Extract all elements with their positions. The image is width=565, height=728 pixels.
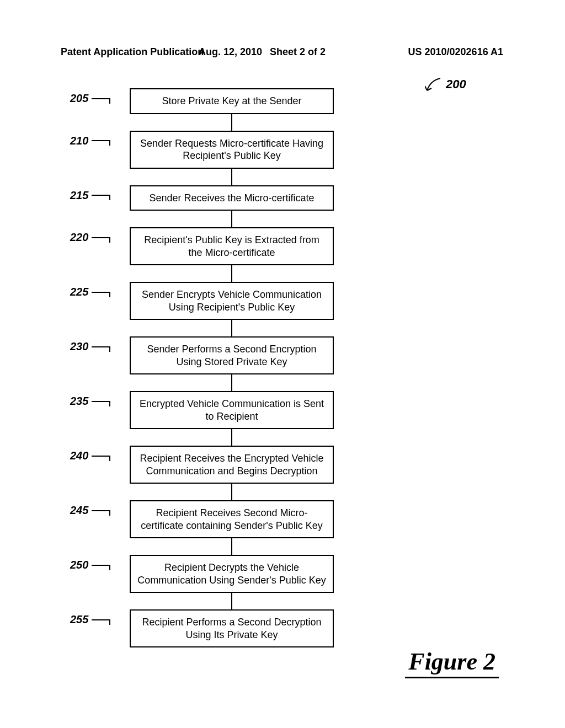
step-text: Sender Requests Micro-certificate Having… <box>140 138 323 162</box>
step-ref-label: 230 <box>70 340 88 354</box>
flow-connector <box>231 593 232 609</box>
header-sheet: Sheet 2 of 2 <box>270 46 326 58</box>
step-ref: 250 <box>70 558 110 572</box>
leader-line-icon <box>92 195 110 196</box>
step-ref-label: 250 <box>70 558 88 572</box>
step-text: Sender Performs a Second Encryption Usin… <box>147 344 316 367</box>
curved-arrow-icon <box>425 77 443 93</box>
flow-step: 225 Sender Encrypts Vehicle Communicatio… <box>130 282 334 320</box>
overall-reference-numeral: 200 <box>425 77 466 93</box>
flow-step: 255 Recipient Performs a Second Decrypti… <box>130 609 334 647</box>
flow-step: 245 Recipient Receives Second Micro-cert… <box>130 500 334 538</box>
leader-line-icon <box>92 346 110 347</box>
flow-connector <box>231 484 232 500</box>
leader-line-icon <box>92 510 110 511</box>
flow-step: 250 Recipient Decrypts the Vehicle Commu… <box>130 555 334 593</box>
flow-connector <box>231 211 232 227</box>
step-ref-label: 210 <box>70 134 88 148</box>
step-ref-label: 225 <box>70 285 88 299</box>
leader-line-icon <box>92 401 110 402</box>
step-ref-label: 240 <box>70 449 88 463</box>
leader-line-icon <box>92 565 110 566</box>
header-date: Aug. 12, 2010 <box>199 46 262 58</box>
step-ref-label: 215 <box>70 189 88 202</box>
leader-line-icon <box>92 237 110 238</box>
step-text: Recipient Receives the Encrypted Vehicle… <box>140 453 323 477</box>
step-text: Recipient Performs a Second Decryption U… <box>142 617 321 640</box>
page: Patent Application Publication Aug. 12, … <box>0 0 565 728</box>
leader-line-icon <box>92 98 110 99</box>
header-publication-number: US 2010/0202616 A1 <box>408 46 503 58</box>
header-publication-type: Patent Application Publication <box>61 46 204 58</box>
flow-connector <box>231 114 232 131</box>
step-text: Encrypted Vehicle Communication is Sent … <box>140 398 324 422</box>
flow-step: 210 Sender Requests Micro-certificate Ha… <box>130 131 334 169</box>
step-ref: 215 <box>70 189 110 202</box>
step-ref: 245 <box>70 504 110 517</box>
flow-connector <box>231 320 232 336</box>
flow-connector <box>231 265 232 282</box>
step-ref: 225 <box>70 285 110 299</box>
leader-line-icon <box>92 292 110 293</box>
flow-step: 215 Sender Receives the Micro-certificat… <box>130 185 334 211</box>
step-ref-label: 220 <box>70 231 88 244</box>
step-ref: 240 <box>70 449 110 463</box>
flow-step: 240 Recipient Receives the Encrypted Veh… <box>130 446 334 484</box>
step-text: Sender Receives the Micro-certificate <box>149 192 314 204</box>
leader-line-icon <box>92 619 110 620</box>
step-text: Recipient's Public Key is Extracted from… <box>144 234 319 258</box>
figure-label: Figure 2 <box>405 647 499 678</box>
step-ref: 220 <box>70 231 110 244</box>
flow-step: 220 Recipient's Public Key is Extracted … <box>130 227 334 265</box>
step-ref-label: 235 <box>70 394 88 408</box>
step-ref-label: 205 <box>70 92 88 105</box>
step-ref: 210 <box>70 134 110 148</box>
flowchart: 205 Store Private Key at the Sender 210 … <box>77 88 386 647</box>
step-ref-label: 255 <box>70 613 88 627</box>
step-text: Recipient Receives Second Micro-certific… <box>141 507 323 531</box>
step-text: Sender Encrypts Vehicle Communication Us… <box>142 289 322 313</box>
flow-step: 235 Encrypted Vehicle Communication is S… <box>130 391 334 429</box>
flow-connector <box>231 429 232 446</box>
leader-line-icon <box>92 456 110 457</box>
flow-step: 230 Sender Performs a Second Encryption … <box>130 336 334 374</box>
header-date-sheet: Aug. 12, 2010 Sheet 2 of 2 <box>199 46 326 58</box>
step-text: Recipient Decrypts the Vehicle Communica… <box>137 562 326 586</box>
step-ref: 235 <box>70 394 110 408</box>
step-ref-label: 245 <box>70 504 88 517</box>
step-ref: 230 <box>70 340 110 354</box>
flow-connector <box>231 374 232 391</box>
leader-line-icon <box>92 140 110 141</box>
flow-step: 205 Store Private Key at the Sender <box>130 88 334 114</box>
flow-connector <box>231 169 232 185</box>
flow-connector <box>231 538 232 555</box>
step-ref: 255 <box>70 613 110 627</box>
step-ref: 205 <box>70 92 110 105</box>
overall-reference-label: 200 <box>446 77 466 92</box>
step-text: Store Private Key at the Sender <box>162 95 301 106</box>
